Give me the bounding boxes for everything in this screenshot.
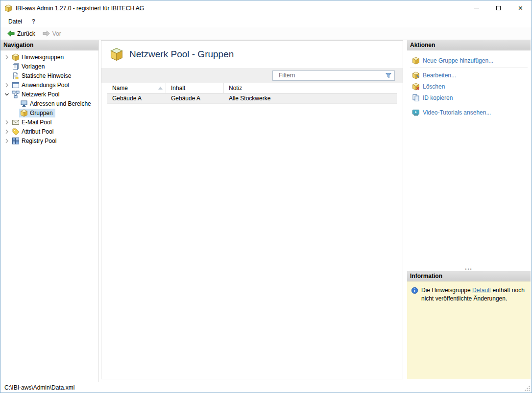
- new-group-icon: [412, 57, 420, 65]
- action-delete[interactable]: Löschen: [407, 81, 531, 92]
- actions-divider: [410, 105, 528, 105]
- information-panel: Information Die Hinweisgruppe Default en…: [407, 271, 531, 379]
- menu-bar: Datei ?: [0, 16, 532, 27]
- templates-icon: [12, 63, 20, 70]
- registry-blocks-icon: [12, 137, 20, 145]
- cell-notiz: Alle Stockwerke: [224, 93, 397, 103]
- status-file-path: C:\IBI-aws\Admin\Data.xml: [4, 384, 74, 391]
- navigation-panel: Navigation Hinweisgruppen Vorlagen Stati…: [0, 40, 99, 382]
- info-icon: [411, 287, 418, 294]
- info-text-before: Die Hinweisgruppe: [421, 287, 472, 294]
- app-icon: [4, 4, 12, 12]
- page-title: Netzwerk Pool - Gruppen: [129, 49, 234, 60]
- tree-item-email-pool[interactable]: E-Mail Pool: [0, 117, 98, 127]
- page-title-icon: [109, 47, 124, 61]
- tree-item-netzwerk-pool[interactable]: Netzwerk Pool: [0, 90, 98, 99]
- video-tutorials-icon: [412, 109, 420, 116]
- chevron-collapsed-icon[interactable]: [3, 119, 11, 125]
- actions-divider: [410, 68, 528, 68]
- chevron-collapsed-icon[interactable]: [3, 129, 11, 135]
- main-body: Navigation Hinweisgruppen Vorlagen Stati…: [0, 40, 532, 382]
- toolbar: Zurück Vor: [0, 27, 532, 40]
- information-header: Information: [407, 271, 531, 281]
- action-label: Neue Gruppe hinzufügen...: [423, 57, 493, 64]
- tree-label: Vorlagen: [22, 63, 45, 70]
- action-label: ID kopieren: [423, 94, 453, 101]
- chevron-expanded-icon[interactable]: [3, 92, 11, 97]
- action-copy-id[interactable]: ID kopieren: [407, 92, 531, 103]
- tree-label: Gruppen: [30, 110, 53, 116]
- filter-bar: [101, 68, 403, 83]
- information-message: Die Hinweisgruppe Default enthält noch n…: [407, 281, 531, 379]
- back-button[interactable]: Zurück: [3, 29, 39, 38]
- filter-field[interactable]: [272, 70, 395, 81]
- maximize-icon: [496, 6, 501, 10]
- group-box-icon: [20, 109, 28, 117]
- table-row[interactable]: Gebäude A Gebäude A Alle Stockwerke: [107, 93, 397, 104]
- email-envelope-icon: [12, 118, 20, 126]
- content-header: Netzwerk Pool - Gruppen: [101, 41, 403, 68]
- chevron-collapsed-icon[interactable]: [3, 138, 11, 144]
- actions-header: Aktionen: [407, 40, 531, 50]
- tree-label: Netzwerk Pool: [22, 91, 59, 98]
- close-button[interactable]: ×: [509, 0, 532, 16]
- tree-item-statische-hinweise[interactable]: Statische Hinweise: [0, 71, 98, 80]
- forward-arrow-icon: [42, 30, 50, 37]
- tree-item-attribut-pool[interactable]: Attribut Pool: [0, 127, 98, 136]
- actions-list: Neue Gruppe hinzufügen... Bearbeiten... …: [407, 50, 531, 267]
- actions-panel: Aktionen Neue Gruppe hinzufügen... Bearb…: [407, 40, 531, 267]
- tree-item-anwendungs-pool[interactable]: Anwendungs Pool: [0, 80, 98, 90]
- status-bar: C:\IBI-aws\Admin\Data.xml: [0, 382, 532, 393]
- tree-label: E-Mail Pool: [22, 119, 51, 126]
- filter-input[interactable]: [279, 72, 385, 79]
- cell-name: Gebäude A: [107, 93, 166, 103]
- menu-datei[interactable]: Datei: [3, 17, 27, 26]
- groups-table: Name Inhalt Notiz Gebäude A Gebäude A Al…: [107, 83, 397, 104]
- maximize-button[interactable]: [487, 0, 509, 16]
- copy-icon: [412, 94, 420, 102]
- action-label: Bearbeiten...: [423, 72, 456, 79]
- tree-label: Adressen und Bereiche: [30, 100, 91, 107]
- tree-item-gruppen[interactable]: Gruppen: [0, 108, 98, 117]
- filter-funnel-icon[interactable]: [385, 72, 392, 79]
- tree-item-registry-pool[interactable]: Registry Pool: [0, 136, 98, 145]
- navigation-tree: Hinweisgruppen Vorlagen Statische Hinwei…: [0, 50, 98, 145]
- tree-label: Registry Pool: [22, 138, 56, 144]
- panel-splitter[interactable]: •••: [407, 267, 531, 271]
- tree-item-hinweisgruppen[interactable]: Hinweisgruppen: [0, 52, 98, 62]
- information-text: Die Hinweisgruppe Default enthält noch n…: [421, 286, 527, 303]
- tree-item-adressen-und-bereiche[interactable]: Adressen und Bereiche: [0, 99, 98, 108]
- close-icon: ×: [518, 4, 523, 12]
- application-window-icon: [12, 81, 20, 89]
- action-edit[interactable]: Bearbeiten...: [407, 69, 531, 81]
- tree-label: Statische Hinweise: [22, 72, 71, 79]
- app-window: IBI-aws Admin 1.27.0 - registriert für I…: [0, 0, 532, 393]
- title-bar: IBI-aws Admin 1.27.0 - registriert für I…: [0, 0, 532, 16]
- static-notes-icon: [12, 72, 20, 80]
- forward-label: Vor: [52, 30, 61, 37]
- minimize-button[interactable]: [465, 0, 487, 16]
- action-new-group[interactable]: Neue Gruppe hinzufügen...: [407, 55, 531, 66]
- addresses-monitor-icon: [20, 100, 28, 108]
- action-label: Video-Tutorials ansehen...: [423, 109, 491, 116]
- chevron-collapsed-icon[interactable]: [3, 54, 11, 60]
- network-icon: [12, 91, 20, 98]
- group-box-icon: [12, 53, 20, 61]
- menu-help[interactable]: ?: [27, 17, 40, 26]
- column-header-label: Notiz: [229, 85, 242, 92]
- column-header-inhalt[interactable]: Inhalt: [166, 83, 224, 93]
- forward-button[interactable]: Vor: [39, 29, 65, 38]
- cell-inhalt: Gebäude A: [166, 93, 224, 103]
- resize-grip[interactable]: [524, 385, 531, 392]
- tree-item-vorlagen[interactable]: Vorlagen: [0, 62, 98, 71]
- window-title: IBI-aws Admin 1.27.0 - registriert für I…: [16, 5, 144, 12]
- default-group-link[interactable]: Default: [472, 287, 491, 294]
- chevron-collapsed-icon[interactable]: [3, 82, 11, 88]
- attribute-tag-icon: [12, 128, 20, 136]
- column-header-name[interactable]: Name: [107, 83, 166, 93]
- column-header-label: Inhalt: [171, 85, 185, 92]
- column-header-notiz[interactable]: Notiz: [224, 83, 397, 93]
- delete-icon: [412, 83, 420, 91]
- tree-label: Anwendungs Pool: [22, 82, 69, 89]
- action-video-tutorials[interactable]: Video-Tutorials ansehen...: [407, 107, 531, 118]
